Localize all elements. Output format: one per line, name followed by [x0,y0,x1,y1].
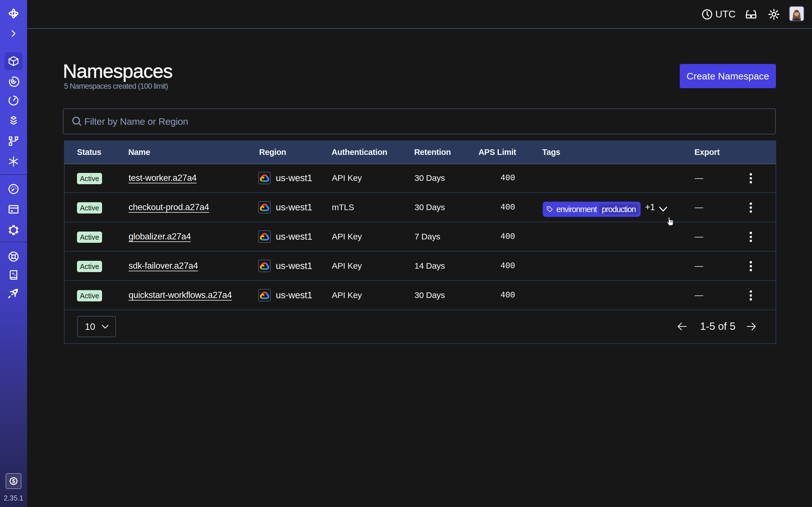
svg-text:$: $ [12,478,15,484]
